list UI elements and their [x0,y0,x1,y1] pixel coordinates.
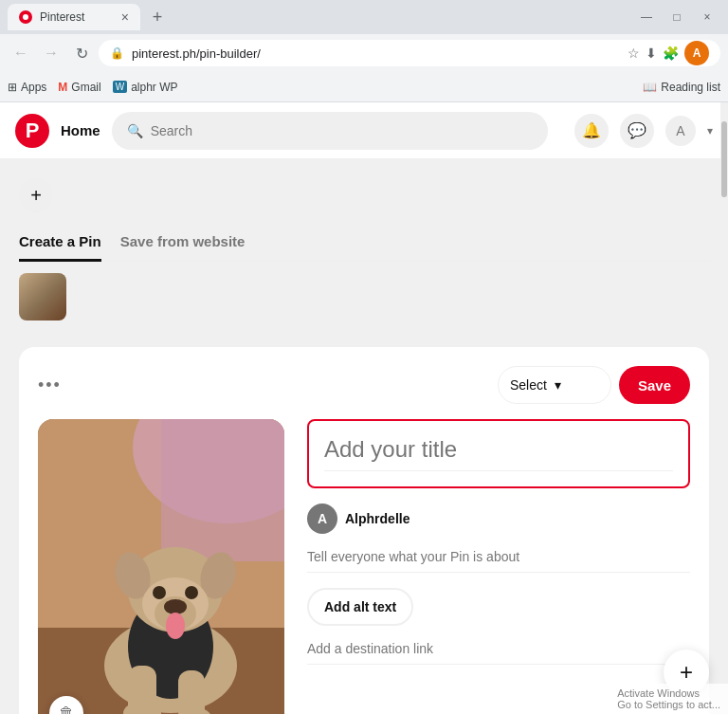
notifications-button[interactable]: 🔔 [574,114,609,148]
svg-rect-17 [128,666,156,714]
close-button[interactable]: × [694,4,720,30]
gmail-icon: M [58,81,67,94]
activation-watermark: Activate Windows Go to Settings to act..… [610,684,728,714]
minimize-button[interactable]: — [633,4,660,30]
activate-subtitle: Go to Settings to act... [617,699,720,710]
author-avatar: A [307,503,337,534]
url-text: pinterest.ph/pin-builder/ [132,46,620,61]
tab-title: Pinterest [40,10,114,24]
svg-rect-2 [161,419,284,561]
svg-point-13 [185,586,198,599]
activate-title: Activate Windows [617,687,720,699]
address-icons: ☆ ⬇ 🧩 A [628,41,709,65]
title-underline [324,470,673,471]
bookmark-alphr[interactable]: W alphr WP [113,81,178,94]
tab-save-from-website[interactable]: Save from website [120,224,246,262]
more-options-button[interactable]: ••• [38,375,62,395]
profile-button[interactable]: A [684,41,709,65]
header-icons: 🔔 💬 A ▾ [574,114,713,148]
card-header-right: Select ▾ Save [498,366,690,404]
svg-point-11 [164,599,187,614]
extension-icon[interactable]: 🧩 [663,46,679,61]
apps-grid-icon: ⊞ [8,81,17,94]
pinterest-logo[interactable]: P [15,114,49,148]
user-avatar[interactable]: A [665,116,696,146]
new-tab-button[interactable]: + [144,4,171,30]
bookmark-gmail[interactable]: M Gmail [58,81,100,94]
description-input[interactable] [307,549,690,573]
thumbnail-image[interactable] [19,273,66,320]
pin-form: A Alphrdelle Add alt text [307,419,690,714]
search-placeholder: Search [151,123,192,138]
window-controls: — □ × [633,4,720,30]
reading-list-label: Reading list [661,81,720,94]
dog-image-svg [38,419,284,714]
thumbnail-strip [19,262,709,332]
plus-button[interactable]: + [19,178,53,212]
svg-point-14 [166,613,185,639]
main-content: + Create a Pin Save from website ••• Sel… [0,159,728,714]
pinterest-header: P Home 🔍 Search 🔔 💬 A ▾ [0,102,728,159]
forward-button[interactable]: → [38,40,64,66]
bookmarks-bar: ⊞ Apps M Gmail W alphr WP 📖 Reading list [0,72,728,102]
title-input[interactable] [324,436,673,463]
svg-rect-18 [178,670,205,714]
title-input-wrapper[interactable] [307,419,690,488]
bookmark-alphr-label: alphr WP [131,81,177,94]
tab-create-pin[interactable]: Create a Pin [19,224,101,262]
tab-bar: Pinterest × + — □ × [0,0,728,34]
address-bar-row: ← → ↻ 🔒 pinterest.ph/pin-builder/ ☆ ⬇ 🧩 … [0,34,728,72]
bookmark-star-icon[interactable]: ☆ [628,46,640,61]
search-icon: 🔍 [127,123,143,138]
author-name: Alphrdelle [345,511,410,526]
svg-point-12 [153,586,166,599]
scrollbar[interactable] [720,102,728,714]
reading-list-icon: 📖 [643,81,657,94]
bookmark-apps[interactable]: ⊞ Apps [8,81,46,94]
maximize-button[interactable]: □ [664,4,690,30]
destination-link-input[interactable] [307,641,690,665]
reading-list-button[interactable]: 📖 Reading list [643,81,720,94]
search-bar[interactable]: 🔍 Search [112,112,548,150]
bookmark-apps-label: Apps [21,81,46,94]
pin-builder-body: 🗑 A Alphrdelle [38,419,690,714]
save-button[interactable]: Save [619,366,690,404]
author-row: A Alphrdelle [307,503,690,534]
tabs-row: Create a Pin Save from website [19,224,709,262]
url-bar[interactable]: 🔒 pinterest.ph/pin-builder/ ☆ ⬇ 🧩 A [99,40,720,66]
alphr-wp-icon: W [113,81,127,93]
tab-favicon [19,10,32,24]
messages-button[interactable]: 💬 [620,114,654,148]
trash-icon: 🗑 [59,705,74,714]
pin-builder-card: ••• Select ▾ Save [19,347,709,714]
alt-text-button[interactable]: Add alt text [307,588,413,626]
chevron-down-icon[interactable]: ▾ [707,124,713,137]
scrollbar-thumb [721,121,727,197]
refresh-button[interactable]: ↻ [68,40,95,66]
back-button[interactable]: ← [8,40,34,66]
bookmark-gmail-label: Gmail [71,81,100,94]
board-select[interactable]: Select ▾ [498,366,611,404]
pin-builder-header: ••• Select ▾ Save [38,366,690,404]
image-area: 🗑 [38,419,284,714]
browser-tab[interactable]: Pinterest × [8,4,140,30]
download-icon[interactable]: ⬇ [646,46,657,61]
pin-image [38,419,284,714]
dropdown-chevron-icon: ▾ [555,377,561,393]
home-link[interactable]: Home [61,122,100,138]
lock-icon: 🔒 [110,46,124,60]
tab-close-button[interactable]: × [121,9,129,25]
